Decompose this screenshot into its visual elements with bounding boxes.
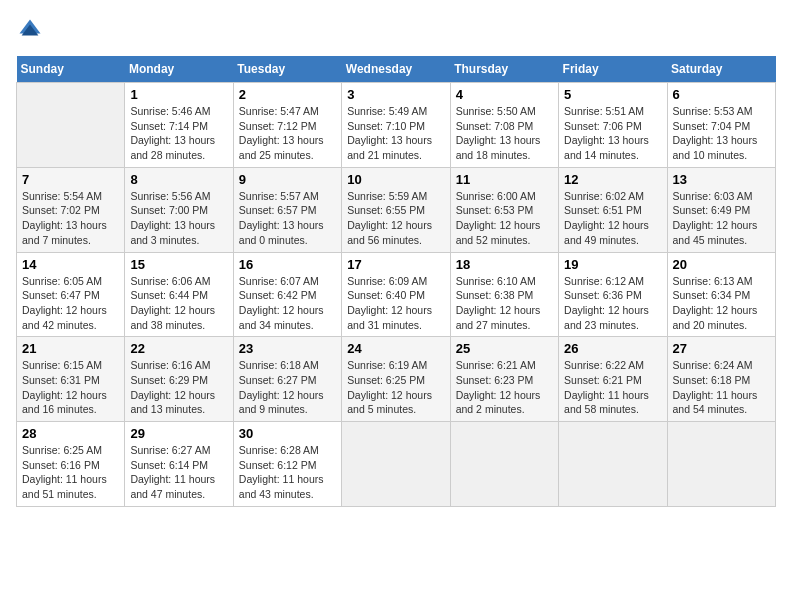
day-cell: 1Sunrise: 5:46 AMSunset: 7:14 PMDaylight…: [125, 83, 233, 168]
day-info: Sunrise: 6:07 AMSunset: 6:42 PMDaylight:…: [239, 274, 336, 333]
week-row-2: 7Sunrise: 5:54 AMSunset: 7:02 PMDaylight…: [17, 167, 776, 252]
day-cell: 18Sunrise: 6:10 AMSunset: 6:38 PMDayligh…: [450, 252, 558, 337]
day-cell: 27Sunrise: 6:24 AMSunset: 6:18 PMDayligh…: [667, 337, 775, 422]
day-number: 8: [130, 172, 227, 187]
day-cell: 21Sunrise: 6:15 AMSunset: 6:31 PMDayligh…: [17, 337, 125, 422]
day-number: 3: [347, 87, 444, 102]
day-cell: 5Sunrise: 5:51 AMSunset: 7:06 PMDaylight…: [559, 83, 667, 168]
day-info: Sunrise: 6:27 AMSunset: 6:14 PMDaylight:…: [130, 443, 227, 502]
day-cell: 12Sunrise: 6:02 AMSunset: 6:51 PMDayligh…: [559, 167, 667, 252]
day-cell: [450, 422, 558, 507]
day-cell: 23Sunrise: 6:18 AMSunset: 6:27 PMDayligh…: [233, 337, 341, 422]
header-cell-tuesday: Tuesday: [233, 56, 341, 83]
day-cell: 26Sunrise: 6:22 AMSunset: 6:21 PMDayligh…: [559, 337, 667, 422]
week-row-1: 1Sunrise: 5:46 AMSunset: 7:14 PMDaylight…: [17, 83, 776, 168]
header-cell-monday: Monday: [125, 56, 233, 83]
day-cell: 8Sunrise: 5:56 AMSunset: 7:00 PMDaylight…: [125, 167, 233, 252]
day-info: Sunrise: 5:56 AMSunset: 7:00 PMDaylight:…: [130, 189, 227, 248]
day-info: Sunrise: 6:25 AMSunset: 6:16 PMDaylight:…: [22, 443, 119, 502]
day-info: Sunrise: 5:59 AMSunset: 6:55 PMDaylight:…: [347, 189, 444, 248]
day-cell: 19Sunrise: 6:12 AMSunset: 6:36 PMDayligh…: [559, 252, 667, 337]
day-info: Sunrise: 5:57 AMSunset: 6:57 PMDaylight:…: [239, 189, 336, 248]
day-cell: 9Sunrise: 5:57 AMSunset: 6:57 PMDaylight…: [233, 167, 341, 252]
day-info: Sunrise: 5:46 AMSunset: 7:14 PMDaylight:…: [130, 104, 227, 163]
day-cell: 30Sunrise: 6:28 AMSunset: 6:12 PMDayligh…: [233, 422, 341, 507]
day-number: 29: [130, 426, 227, 441]
day-number: 25: [456, 341, 553, 356]
header-cell-saturday: Saturday: [667, 56, 775, 83]
day-number: 18: [456, 257, 553, 272]
day-cell: 13Sunrise: 6:03 AMSunset: 6:49 PMDayligh…: [667, 167, 775, 252]
day-number: 23: [239, 341, 336, 356]
day-info: Sunrise: 6:10 AMSunset: 6:38 PMDaylight:…: [456, 274, 553, 333]
day-number: 15: [130, 257, 227, 272]
day-number: 28: [22, 426, 119, 441]
day-cell: 29Sunrise: 6:27 AMSunset: 6:14 PMDayligh…: [125, 422, 233, 507]
day-cell: 11Sunrise: 6:00 AMSunset: 6:53 PMDayligh…: [450, 167, 558, 252]
day-number: 22: [130, 341, 227, 356]
day-info: Sunrise: 6:15 AMSunset: 6:31 PMDaylight:…: [22, 358, 119, 417]
day-info: Sunrise: 5:47 AMSunset: 7:12 PMDaylight:…: [239, 104, 336, 163]
day-info: Sunrise: 5:51 AMSunset: 7:06 PMDaylight:…: [564, 104, 661, 163]
header-cell-friday: Friday: [559, 56, 667, 83]
day-info: Sunrise: 6:16 AMSunset: 6:29 PMDaylight:…: [130, 358, 227, 417]
page-header: [16, 16, 776, 44]
logo: [16, 16, 48, 44]
day-number: 12: [564, 172, 661, 187]
day-number: 10: [347, 172, 444, 187]
day-number: 1: [130, 87, 227, 102]
day-number: 4: [456, 87, 553, 102]
day-cell: 10Sunrise: 5:59 AMSunset: 6:55 PMDayligh…: [342, 167, 450, 252]
day-cell: [559, 422, 667, 507]
day-info: Sunrise: 5:50 AMSunset: 7:08 PMDaylight:…: [456, 104, 553, 163]
day-info: Sunrise: 5:54 AMSunset: 7:02 PMDaylight:…: [22, 189, 119, 248]
day-cell: 15Sunrise: 6:06 AMSunset: 6:44 PMDayligh…: [125, 252, 233, 337]
week-row-3: 14Sunrise: 6:05 AMSunset: 6:47 PMDayligh…: [17, 252, 776, 337]
day-number: 7: [22, 172, 119, 187]
day-cell: 25Sunrise: 6:21 AMSunset: 6:23 PMDayligh…: [450, 337, 558, 422]
day-number: 17: [347, 257, 444, 272]
header-cell-thursday: Thursday: [450, 56, 558, 83]
day-info: Sunrise: 5:49 AMSunset: 7:10 PMDaylight:…: [347, 104, 444, 163]
day-number: 16: [239, 257, 336, 272]
logo-icon: [16, 16, 44, 44]
day-info: Sunrise: 5:53 AMSunset: 7:04 PMDaylight:…: [673, 104, 770, 163]
day-info: Sunrise: 6:24 AMSunset: 6:18 PMDaylight:…: [673, 358, 770, 417]
day-number: 30: [239, 426, 336, 441]
day-info: Sunrise: 6:05 AMSunset: 6:47 PMDaylight:…: [22, 274, 119, 333]
day-number: 26: [564, 341, 661, 356]
header-cell-wednesday: Wednesday: [342, 56, 450, 83]
day-cell: 22Sunrise: 6:16 AMSunset: 6:29 PMDayligh…: [125, 337, 233, 422]
day-cell: 6Sunrise: 5:53 AMSunset: 7:04 PMDaylight…: [667, 83, 775, 168]
day-number: 20: [673, 257, 770, 272]
day-info: Sunrise: 6:28 AMSunset: 6:12 PMDaylight:…: [239, 443, 336, 502]
calendar-table: SundayMondayTuesdayWednesdayThursdayFrid…: [16, 56, 776, 507]
day-cell: 3Sunrise: 5:49 AMSunset: 7:10 PMDaylight…: [342, 83, 450, 168]
day-number: 19: [564, 257, 661, 272]
header-cell-sunday: Sunday: [17, 56, 125, 83]
day-cell: 14Sunrise: 6:05 AMSunset: 6:47 PMDayligh…: [17, 252, 125, 337]
day-number: 9: [239, 172, 336, 187]
day-number: 27: [673, 341, 770, 356]
day-info: Sunrise: 6:22 AMSunset: 6:21 PMDaylight:…: [564, 358, 661, 417]
day-info: Sunrise: 6:06 AMSunset: 6:44 PMDaylight:…: [130, 274, 227, 333]
week-row-5: 28Sunrise: 6:25 AMSunset: 6:16 PMDayligh…: [17, 422, 776, 507]
day-number: 13: [673, 172, 770, 187]
week-row-4: 21Sunrise: 6:15 AMSunset: 6:31 PMDayligh…: [17, 337, 776, 422]
calendar-body: 1Sunrise: 5:46 AMSunset: 7:14 PMDaylight…: [17, 83, 776, 507]
day-cell: 7Sunrise: 5:54 AMSunset: 7:02 PMDaylight…: [17, 167, 125, 252]
day-info: Sunrise: 6:00 AMSunset: 6:53 PMDaylight:…: [456, 189, 553, 248]
day-cell: 28Sunrise: 6:25 AMSunset: 6:16 PMDayligh…: [17, 422, 125, 507]
day-number: 14: [22, 257, 119, 272]
day-info: Sunrise: 6:09 AMSunset: 6:40 PMDaylight:…: [347, 274, 444, 333]
day-info: Sunrise: 6:19 AMSunset: 6:25 PMDaylight:…: [347, 358, 444, 417]
day-number: 24: [347, 341, 444, 356]
day-cell: [667, 422, 775, 507]
day-info: Sunrise: 6:12 AMSunset: 6:36 PMDaylight:…: [564, 274, 661, 333]
day-cell: [342, 422, 450, 507]
day-info: Sunrise: 6:21 AMSunset: 6:23 PMDaylight:…: [456, 358, 553, 417]
day-number: 21: [22, 341, 119, 356]
day-number: 5: [564, 87, 661, 102]
day-info: Sunrise: 6:18 AMSunset: 6:27 PMDaylight:…: [239, 358, 336, 417]
day-number: 2: [239, 87, 336, 102]
